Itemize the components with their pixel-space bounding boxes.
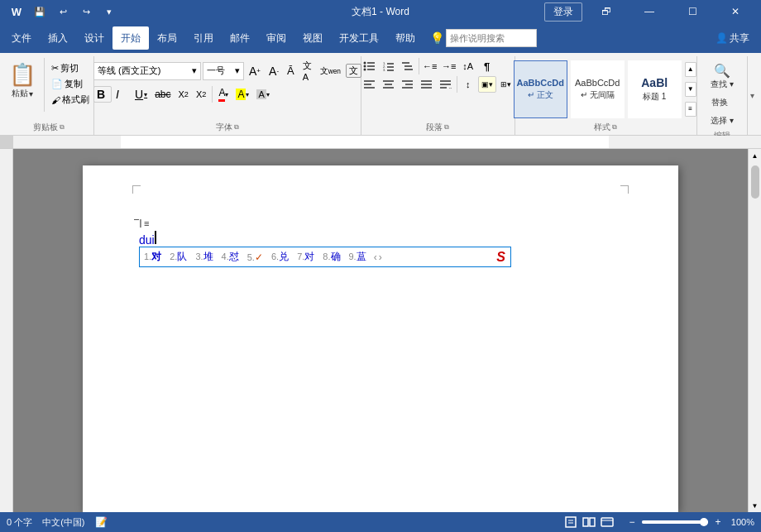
paste-dropdown-icon[interactable]: ▾ bbox=[29, 89, 33, 98]
login-button[interactable]: 登录 bbox=[544, 2, 582, 22]
web-view-button[interactable] bbox=[599, 515, 615, 529]
increase-indent-button[interactable]: →≡ bbox=[440, 58, 458, 74]
paste-button[interactable]: 📋 粘贴 ▾ bbox=[4, 58, 41, 103]
font-color-button[interactable]: A ▾ bbox=[215, 85, 232, 103]
font-size-selector[interactable]: 一号 ▾ bbox=[203, 62, 244, 80]
select-button[interactable]: 选择 ▾ bbox=[707, 113, 737, 128]
underline-button[interactable]: U▾ bbox=[132, 86, 151, 103]
redo-button[interactable]: ↪ bbox=[76, 2, 96, 22]
menu-review[interactable]: 审阅 bbox=[258, 26, 294, 50]
italic-button[interactable]: I bbox=[112, 86, 131, 103]
share-button[interactable]: 👤 共享 bbox=[707, 26, 758, 50]
vertical-scrollbar[interactable]: ▲ ▼ bbox=[748, 149, 761, 512]
show-marks-button[interactable]: ¶ bbox=[478, 58, 496, 74]
ime-input-area[interactable]: I ≡ dui 1.对 2.队 bbox=[139, 217, 156, 247]
bold-button[interactable]: B bbox=[93, 86, 112, 103]
menu-file[interactable]: 文件 bbox=[3, 26, 40, 50]
justify-button[interactable] bbox=[418, 76, 436, 93]
styles-scroll-up[interactable]: ▲ bbox=[685, 62, 696, 77]
menu-view[interactable]: 视图 bbox=[294, 26, 331, 50]
font-color-dropdown-icon[interactable]: ▾ bbox=[225, 91, 228, 98]
qat-customize-button[interactable]: ▾ bbox=[99, 2, 119, 22]
highlight-dropdown-icon[interactable]: ▾ bbox=[246, 91, 249, 98]
styles-more-button[interactable]: ≡ bbox=[685, 102, 696, 117]
distributed-button[interactable]: ↔ bbox=[437, 76, 455, 93]
scroll-up-button[interactable]: ▲ bbox=[749, 149, 762, 162]
document-page[interactable]: I ≡ dui 1.对 2.队 bbox=[83, 165, 678, 512]
scroll-track[interactable] bbox=[749, 162, 761, 499]
align-center-button[interactable] bbox=[380, 76, 398, 93]
copy-button[interactable]: 📄 复制 bbox=[48, 77, 93, 91]
subscript-button[interactable]: X2 bbox=[175, 88, 192, 101]
menu-developer[interactable]: 开发工具 bbox=[331, 26, 387, 50]
zoom-slider-thumb[interactable] bbox=[700, 518, 708, 526]
font-name-selector[interactable]: 等线 (西文正文) ▾ bbox=[93, 62, 201, 80]
find-button[interactable]: 🔍 查找 ▾ bbox=[707, 61, 737, 92]
style-nospacing-item[interactable]: AaBbCcDd ↵ 无间隔 bbox=[571, 60, 625, 118]
scroll-down-button[interactable]: ▼ bbox=[749, 499, 762, 512]
minimize-button[interactable]: — bbox=[630, 0, 668, 23]
save-qat-button[interactable]: 💾 bbox=[30, 2, 50, 22]
line-spacing-button[interactable]: ↕ bbox=[459, 76, 477, 93]
ime-prev-button[interactable]: ‹ bbox=[374, 252, 377, 263]
change-case-button[interactable]: 文A bbox=[299, 58, 315, 84]
ime-suggestion-4[interactable]: 4.怼 bbox=[218, 248, 243, 266]
bullets-button[interactable] bbox=[361, 58, 379, 74]
zoom-out-button[interactable]: − bbox=[625, 515, 639, 529]
char-border-dropdown-icon[interactable]: ▾ bbox=[266, 91, 270, 98]
menu-references[interactable]: 引用 bbox=[185, 26, 222, 50]
replace-button[interactable]: 替换 bbox=[707, 95, 732, 110]
style-heading1-item[interactable]: AaBl 标题 1 bbox=[628, 60, 682, 118]
borders-button[interactable]: ⊞▾ bbox=[497, 76, 515, 93]
menu-home[interactable]: 开始 bbox=[112, 26, 149, 50]
numbering-button[interactable]: 1.2.3. bbox=[380, 58, 398, 74]
ime-suggestion-9[interactable]: 9.蒀 bbox=[345, 248, 371, 266]
print-view-button[interactable] bbox=[562, 515, 579, 529]
align-left-button[interactable] bbox=[361, 76, 379, 93]
ime-suggestion-6[interactable]: 6.兑 bbox=[267, 248, 293, 266]
superscript-button[interactable]: X2 bbox=[193, 88, 209, 101]
highlight-button[interactable]: A ▾ bbox=[232, 87, 252, 102]
ime-suggestions-popup[interactable]: 1.对 2.队 3.堆 4.怼 5.✓ bbox=[139, 247, 511, 267]
paragraph-dialog-icon[interactable]: ⧉ bbox=[444, 123, 449, 132]
zoom-slider[interactable] bbox=[642, 520, 708, 524]
border-char-button[interactable]: 文 bbox=[346, 64, 361, 78]
document-canvas[interactable]: I ≡ dui 1.对 2.队 bbox=[13, 149, 748, 512]
phonetic-guide-button[interactable]: 文wen bbox=[317, 64, 344, 79]
ime-suggestion-1[interactable]: 1.对 bbox=[140, 248, 165, 266]
zoom-in-button[interactable]: + bbox=[711, 515, 725, 529]
ime-suggestion-2[interactable]: 2.队 bbox=[165, 248, 191, 266]
ribbon-search-input[interactable] bbox=[450, 33, 533, 43]
language-label[interactable]: 中文(中国) bbox=[42, 516, 84, 529]
strikethrough-button[interactable]: abc bbox=[151, 87, 174, 102]
menu-mailings[interactable]: 邮件 bbox=[222, 26, 258, 50]
menu-layout[interactable]: 布局 bbox=[149, 26, 185, 50]
ribbon-scroll-button[interactable]: ▾ bbox=[747, 56, 758, 135]
sort-button[interactable]: ↕A bbox=[459, 58, 477, 74]
shading-button[interactable]: ▣▾ bbox=[478, 76, 496, 93]
decrease-font-button[interactable]: A- bbox=[266, 63, 282, 79]
close-button[interactable]: ✕ bbox=[716, 0, 754, 23]
ime-suggestion-5[interactable]: 5.✓ bbox=[243, 250, 267, 265]
char-shading-button[interactable]: A ▾ bbox=[253, 88, 272, 101]
ime-suggestion-8[interactable]: 8.确 bbox=[318, 248, 344, 266]
font-dialog-icon[interactable]: ⧉ bbox=[234, 123, 239, 132]
menu-design[interactable]: 设计 bbox=[76, 26, 112, 50]
decrease-indent-button[interactable]: ←≡ bbox=[421, 58, 439, 74]
ime-suggestion-7[interactable]: 7.对 bbox=[293, 248, 318, 266]
zoom-level-label[interactable]: 100% bbox=[728, 517, 754, 527]
maximize-button[interactable]: ☐ bbox=[673, 0, 711, 23]
ribbon-search-box[interactable] bbox=[446, 29, 537, 47]
ime-next-button[interactable]: › bbox=[379, 252, 382, 263]
cut-button[interactable]: ✂ 剪切 bbox=[48, 61, 93, 75]
read-view-button[interactable] bbox=[581, 515, 597, 529]
increase-font-button[interactable]: A+ bbox=[246, 63, 264, 79]
styles-scroll-down[interactable]: ▼ bbox=[685, 82, 696, 97]
clear-format-button[interactable]: Ā bbox=[284, 63, 298, 79]
window-restore-helper[interactable]: 🗗 bbox=[587, 0, 625, 23]
menu-help[interactable]: 帮助 bbox=[387, 26, 424, 50]
format-painter-button[interactable]: 🖌 格式刷 bbox=[48, 93, 93, 107]
style-normal-item[interactable]: AaBbCcDd ↵ 正文 bbox=[514, 60, 567, 118]
menu-insert[interactable]: 插入 bbox=[40, 26, 76, 50]
styles-dialog-icon[interactable]: ⧉ bbox=[612, 123, 617, 132]
